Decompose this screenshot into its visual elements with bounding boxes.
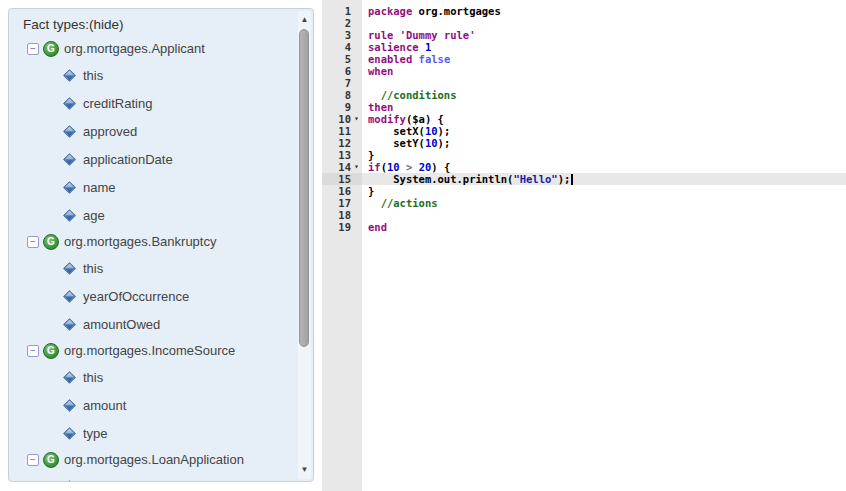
editor-gutter[interactable]: 12345678910▾11121314▾1516171819 [322,0,362,491]
fold-marker-spacer [351,185,362,197]
field-label: applicationDate [83,152,173,167]
code-line[interactable]: } [362,185,846,197]
field-row[interactable]: type [27,419,313,447]
code-line[interactable] [362,17,846,29]
field-row[interactable]: this [27,472,313,482]
text-cursor [571,174,573,185]
fold-marker-spacer [351,125,362,137]
code-token-pl: ) { [431,161,450,173]
code-line[interactable]: System.out.println("Hello"); [362,173,846,185]
code-line[interactable]: when [362,65,846,77]
gutter-line-number: 3 [322,29,351,41]
field-diamond-icon [63,262,76,275]
fold-marker-spacer [351,221,362,233]
code-token-pl: ($a) { [406,113,444,125]
gutter-row: 14▾ [322,161,362,173]
code-token-com: //conditions [381,89,457,101]
hide-link[interactable]: (hide) [89,17,124,32]
field-label: name [83,180,116,195]
field-label: this [83,479,103,483]
gutter-row: 1 [322,5,362,17]
code-line[interactable] [362,77,846,89]
code-line[interactable]: salience 1 [362,41,846,53]
fact-type-row[interactable]: −Gorg.mortgages.Applicant [27,36,313,61]
fold-marker-spacer [351,89,362,101]
code-token-num: 10 [387,161,400,173]
code-token-pl: } [368,185,374,197]
field-row[interactable]: creditRating [27,89,313,117]
field-row[interactable]: amountOwed [27,310,313,338]
code-token-pl: System.out.println( [368,173,513,185]
fact-type-row[interactable]: −Gorg.mortgages.LoanApplication [27,447,313,472]
fold-marker-spacer [351,101,362,113]
collapse-icon[interactable]: − [27,454,39,466]
scroll-up-icon[interactable]: ▲ [298,13,311,27]
field-label: age [83,208,105,223]
field-row[interactable]: name [27,173,313,201]
gutter-row: 17 [322,197,362,209]
gutter-line-number: 14 [322,161,351,173]
scrollbar-thumb[interactable] [299,29,309,347]
fold-marker-spacer [351,65,362,77]
code-line[interactable]: //actions [362,197,846,209]
field-row[interactable]: this [27,254,313,282]
gutter-row: 11 [322,125,362,137]
code-token-pl: } [368,149,374,161]
code-token-num: 10 [425,137,438,149]
code-token-kw: if [368,161,381,173]
code-line[interactable]: then [362,101,846,113]
field-row[interactable]: approved [27,117,313,145]
fact-type-row[interactable]: −Gorg.mortgages.IncomeSource [27,338,313,363]
fact-type-row[interactable]: −Gorg.mortgages.Bankruptcy [27,229,313,254]
gutter-line-number: 9 [322,101,351,113]
field-diamond-icon [63,153,76,166]
field-row[interactable]: applicationDate [27,145,313,173]
drl-code-editor[interactable]: 12345678910▾11121314▾1516171819 package … [322,0,846,491]
scroll-down-icon[interactable]: ▼ [298,463,311,477]
fold-marker-spacer [351,173,362,185]
gutter-row: 2 [322,17,362,29]
collapse-icon[interactable]: − [27,345,39,357]
code-line[interactable]: if(10 > 20) { [362,161,846,173]
fold-marker-spacer [351,197,362,209]
class-icon: G [43,343,59,359]
fact-panel-scrollbar[interactable]: ▲ ▼ [298,11,311,479]
gutter-row: 9 [322,101,362,113]
code-line[interactable]: setY(10); [362,137,846,149]
gutter-line-number: 12 [322,137,351,149]
field-row[interactable]: this [27,61,313,89]
field-row[interactable]: amount [27,391,313,419]
code-line[interactable]: } [362,149,846,161]
class-icon: G [43,452,59,468]
code-line[interactable]: //conditions [362,89,846,101]
fold-marker-spacer [351,17,362,29]
code-line[interactable]: end [362,221,846,233]
field-row[interactable]: yearOfOccurrence [27,282,313,310]
code-line[interactable]: package org.mortgages [362,5,846,17]
code-line[interactable]: modify($a) { [362,113,846,125]
code-line[interactable]: enabled false [362,53,846,65]
code-token-name: 'Dummy rule' [400,29,476,41]
field-row[interactable]: age [27,201,313,229]
fold-marker-icon[interactable]: ▾ [351,113,362,125]
code-token-kw: salience [368,41,419,53]
code-line[interactable] [362,209,846,221]
collapse-icon[interactable]: − [27,43,39,55]
code-token-kw: end [368,221,387,233]
field-label: approved [83,124,137,139]
fold-marker-icon[interactable]: ▾ [351,161,362,173]
code-token-kw: rule [368,29,393,41]
gutter-line-number: 19 [322,221,351,233]
code-line[interactable]: setX(10); [362,125,846,137]
code-token-kw: package [368,5,412,17]
code-token-kw: modify [368,113,406,125]
field-diamond-icon [63,69,76,82]
gutter-row: 3 [322,29,362,41]
code-line[interactable]: rule 'Dummy rule' [362,29,846,41]
editor-code-area[interactable]: package org.mortgagesrule 'Dummy rule'sa… [362,0,846,491]
field-row[interactable]: this [27,363,313,391]
field-label: amount [83,398,126,413]
fact-panel-title: Fact types:(hide) [23,17,313,32]
collapse-icon[interactable]: − [27,236,39,248]
gutter-line-number: 7 [322,77,351,89]
